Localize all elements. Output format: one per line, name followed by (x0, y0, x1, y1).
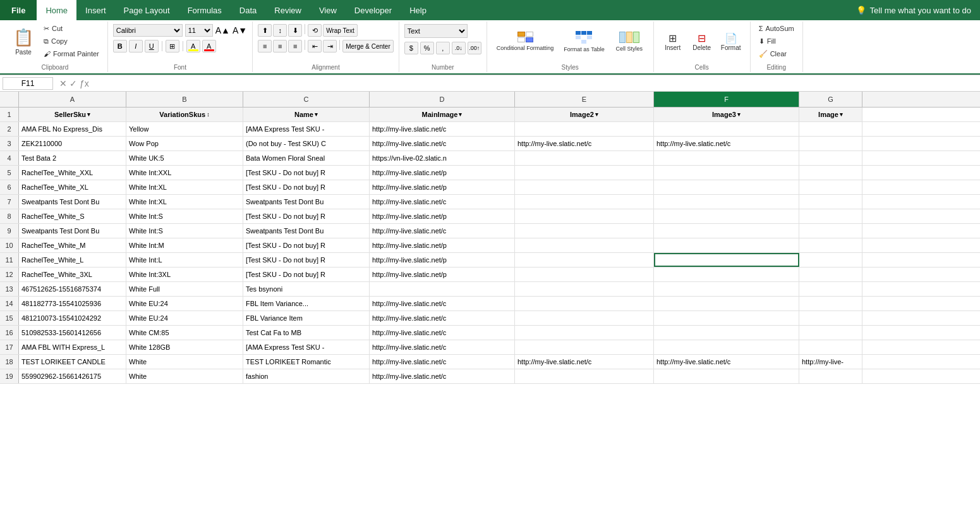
fill-button[interactable]: ⬇ Fill (756, 35, 779, 47)
wrap-text-button[interactable]: Wrap Text (323, 24, 358, 37)
cell-18-A[interactable]: TEST LORIKEET CANDLE (19, 355, 126, 369)
cell-1-B[interactable]: VariationSkus ↕ (126, 108, 243, 121)
col-header-G[interactable]: G (799, 92, 862, 107)
cell-18-E[interactable]: http://my-live.slatic.net/c (515, 355, 654, 369)
conditional-formatting-button[interactable]: Conditional Formatting (492, 23, 559, 61)
cell-8-B[interactable]: White Int:S (126, 209, 243, 223)
format-as-table-button[interactable]: Format as Table (559, 23, 608, 61)
cell-6-A[interactable]: RachelTee_White_XL (19, 180, 126, 194)
shrink-font-icon[interactable]: A▼ (233, 25, 247, 35)
align-middle-button[interactable]: ↕ (273, 24, 287, 37)
cell-10-F[interactable] (654, 238, 799, 252)
cell-6-D[interactable]: http://my-live.slatic.net/p (370, 180, 515, 194)
col-header-F[interactable]: F (654, 92, 799, 107)
cell-13-C[interactable]: Tes bsynoni (243, 282, 370, 296)
cell-7-F[interactable] (654, 195, 799, 209)
cell-18-F[interactable]: http://my-live.slatic.net/c (654, 355, 799, 369)
cell-14-D[interactable]: http://my-live.slatic.net/c (370, 297, 515, 311)
autosum-button[interactable]: Σ AutoSum (756, 23, 797, 34)
copy-button[interactable]: ⧉ Copy (40, 35, 102, 47)
developer-menu[interactable]: Developer (346, 0, 401, 20)
cell-10-G[interactable] (799, 238, 862, 252)
underline-button[interactable]: U (145, 40, 159, 52)
cell-2-G[interactable] (799, 122, 862, 136)
cell-16-E[interactable] (515, 326, 654, 340)
cell-3-D[interactable]: http://my-live.slatic.net/c (370, 137, 515, 151)
align-bottom-button[interactable]: ⬇ (288, 24, 302, 37)
cell-5-C[interactable]: [Test SKU - Do not buy] R (243, 166, 370, 180)
cell-7-B[interactable]: White Int:XL (126, 195, 243, 209)
cell-17-F[interactable] (654, 340, 799, 354)
cell-12-G[interactable] (799, 268, 862, 281)
cell-1-C[interactable]: Name ▾ (243, 108, 370, 121)
cell-11-D[interactable]: http://my-live.slatic.net/p (370, 253, 515, 267)
cell-15-F[interactable] (654, 311, 799, 325)
cell-18-G[interactable]: http://my-live- (799, 355, 862, 369)
orient-text-button[interactable]: ⟲ (308, 24, 322, 37)
cell-9-D[interactable]: http://my-live.slatic.net/c (370, 224, 515, 238)
cell-1-E[interactable]: Image2 ▾ (515, 108, 654, 121)
cell-1-A[interactable]: SellerSku ▾ (19, 108, 126, 121)
cell-2-A[interactable]: AMA FBL No Express_Dis (19, 122, 126, 136)
cell-12-D[interactable]: http://my-live.slatic.net/p (370, 268, 515, 281)
increase-decimal-button[interactable]: .00↑ (468, 42, 481, 54)
font-name-select[interactable]: Calibri (113, 24, 183, 37)
tell-me-bar[interactable]: 💡 Tell me what you want to do (847, 6, 980, 15)
col-header-E[interactable]: E (515, 92, 654, 107)
cell-5-F[interactable] (654, 166, 799, 180)
cell-10-B[interactable]: White Int:M (126, 238, 243, 252)
cell-5-A[interactable]: RachelTee_White_XXL (19, 166, 126, 180)
cell-14-B[interactable]: White EU:24 (126, 297, 243, 311)
cell-3-C[interactable]: (Do not buy - Test SKU) C (243, 137, 370, 151)
cell-15-B[interactable]: White EU:24 (126, 311, 243, 325)
currency-button[interactable]: $ (404, 42, 418, 54)
cell-13-D[interactable] (370, 282, 515, 296)
cell-13-G[interactable] (799, 282, 862, 296)
cell-6-B[interactable]: White Int:XL (126, 180, 243, 194)
cell-16-A[interactable]: 510982533-15601412656 (19, 326, 126, 340)
cell-4-F[interactable] (654, 151, 799, 165)
insert-cells-button[interactable]: ⊞ Insert (659, 23, 687, 61)
cell-6-C[interactable]: [Test SKU - Do not buy] R (243, 180, 370, 194)
cell-1-D[interactable]: MainImage ▾ (370, 108, 515, 121)
insert-function-icon[interactable]: ƒx (80, 78, 89, 89)
cell-15-C[interactable]: FBL Variance Item (243, 311, 370, 325)
cell-10-C[interactable]: [Test SKU - Do not buy] R (243, 238, 370, 252)
cell-reference-input[interactable] (3, 77, 53, 90)
cancel-formula-icon[interactable]: ✕ (59, 78, 67, 89)
cell-17-B[interactable]: White 128GB (126, 340, 243, 354)
cell-11-F[interactable] (654, 253, 799, 267)
cell-19-D[interactable]: http://my-live.slatic.net/c (370, 369, 515, 383)
cell-4-E[interactable] (515, 151, 654, 165)
cell-3-G[interactable] (799, 137, 862, 151)
align-right-button[interactable]: ≡ (288, 40, 302, 52)
cell-9-C[interactable]: Sweatpants Test Dont Bu (243, 224, 370, 238)
cell-19-E[interactable] (515, 369, 654, 383)
cell-15-E[interactable] (515, 311, 654, 325)
cell-13-A[interactable]: 467512625-15516875374 (19, 282, 126, 296)
cell-19-A[interactable]: 559902962-15661426175 (19, 369, 126, 383)
border-button[interactable]: ⊞ (166, 40, 179, 52)
cell-7-D[interactable]: http://my-live.slatic.net/c (370, 195, 515, 209)
cell-8-F[interactable] (654, 209, 799, 223)
cell-7-G[interactable] (799, 195, 862, 209)
cut-button[interactable]: ✂ Cut (40, 23, 102, 34)
italic-button[interactable]: I (129, 40, 143, 52)
cell-15-A[interactable]: 481210073-15541024292 (19, 311, 126, 325)
clear-button[interactable]: 🧹 Clear (756, 48, 790, 59)
cell-18-D[interactable]: http://my-live.slatic.net/c (370, 355, 515, 369)
cell-6-F[interactable] (654, 180, 799, 194)
cell-16-F[interactable] (654, 326, 799, 340)
cell-19-C[interactable]: fashion (243, 369, 370, 383)
cell-17-E[interactable] (515, 340, 654, 354)
cell-17-D[interactable]: http://my-live.slatic.net/c (370, 340, 515, 354)
cell-10-D[interactable]: http://my-live.slatic.net/p (370, 238, 515, 252)
cell-5-D[interactable]: http://my-live.slatic.net/p (370, 166, 515, 180)
cell-10-E[interactable] (515, 238, 654, 252)
font-size-select[interactable]: 11 (185, 24, 213, 37)
fill-color-button[interactable]: A (186, 40, 200, 52)
format-painter-button[interactable]: 🖌 Format Painter (40, 48, 102, 59)
cell-14-F[interactable] (654, 297, 799, 311)
cell-4-C[interactable]: Bata Women Floral Sneal (243, 151, 370, 165)
cell-1-F[interactable]: Image3 ▾ (654, 108, 799, 121)
